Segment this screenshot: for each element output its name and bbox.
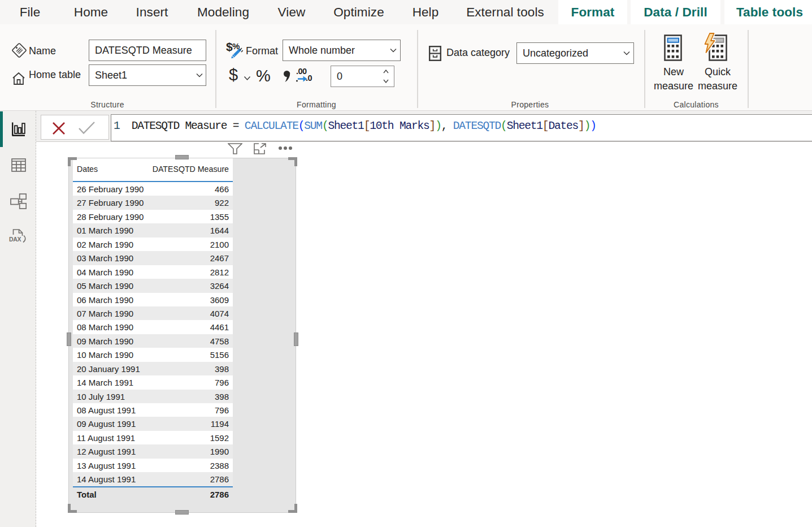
- svg-text:DAX: DAX: [9, 236, 21, 243]
